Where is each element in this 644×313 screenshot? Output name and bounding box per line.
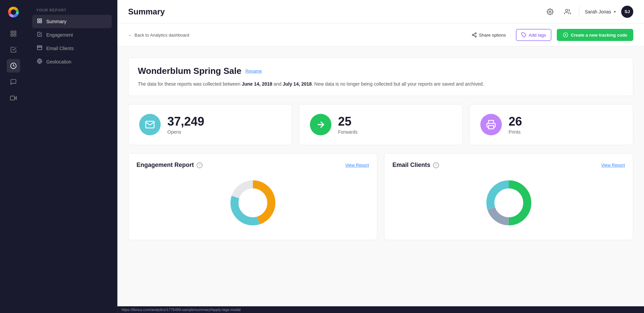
add-tags-label: Add tags (529, 33, 546, 38)
user-chevron-icon: ▾ (614, 9, 616, 14)
page-header: Summary Sarah Jonas ▾ SJ (117, 0, 644, 24)
engagement-card-header: Engagement Report ? View Report (137, 162, 369, 169)
engagement-title-row: Engagement Report ? (137, 162, 203, 169)
sidebar-item-summary-label: Summary (46, 19, 66, 24)
settings-button[interactable] (544, 6, 556, 18)
email-clients-card-header: Email Clients ? View Report (392, 162, 625, 169)
nav-icon-video[interactable] (7, 91, 20, 105)
svg-point-21 (472, 34, 474, 36)
nav-icon-chat[interactable] (7, 75, 20, 89)
svg-point-22 (475, 36, 476, 37)
header-actions: Sarah Jonas ▾ SJ (544, 6, 633, 18)
add-tags-button[interactable]: Add tags (516, 29, 551, 41)
svg-rect-4 (11, 34, 13, 36)
engagement-chart (137, 174, 369, 232)
stat-card-forwards: 25 Forwards (299, 104, 463, 145)
sidebar-item-engagement-label: Engagement (46, 32, 73, 38)
status-url: https://litmus.com/analytics/1776499-sam… (121, 308, 240, 312)
svg-rect-12 (40, 21, 42, 23)
nav-icon-analytics[interactable] (7, 59, 20, 73)
email-clients-card-title: Email Clients (392, 162, 430, 169)
content-area: Wonderblum Spring Sale Rename The data f… (117, 47, 644, 306)
engagement-report-card: Engagement Report ? View Report (128, 153, 377, 240)
forwards-icon-circle (310, 114, 331, 135)
email-clients-view-report-link[interactable]: View Report (601, 163, 625, 168)
engagement-icon (36, 32, 43, 38)
back-link-label: Back to Analytics dashboard (135, 33, 189, 38)
prints-number: 26 (508, 115, 522, 128)
stat-content-prints: 26 Prints (508, 115, 522, 135)
sidebar: YOUR REPORT Summary Engagement Email Cli… (27, 0, 117, 313)
nav-icon-grid[interactable] (7, 27, 20, 40)
prints-icon-circle (480, 114, 502, 135)
page-title: Summary (128, 7, 544, 16)
sidebar-item-summary[interactable]: Summary (32, 15, 112, 28)
summary-icon (36, 18, 43, 25)
create-tracking-label: Create a new tracking code (571, 33, 627, 38)
opens-icon-circle (139, 114, 161, 135)
sidebar-item-email-clients-label: Email Clients (46, 46, 74, 51)
svg-marker-7 (14, 97, 16, 99)
svg-point-18 (549, 11, 551, 12)
report-title-row: Wonderblum Spring Sale Rename (138, 66, 624, 76)
engagement-info-icon[interactable]: ? (197, 162, 203, 168)
stats-row: 37,249 Opens 25 Forwards (128, 104, 633, 145)
email-clients-report-card: Email Clients ? View Report (384, 153, 633, 240)
forwards-label: Forwards (338, 129, 358, 135)
back-link[interactable]: ← Back to Analytics dashboard (128, 33, 189, 38)
svg-rect-8 (10, 96, 14, 100)
svg-rect-11 (38, 21, 39, 23)
svg-rect-10 (40, 19, 42, 20)
svg-line-23 (474, 35, 475, 36)
email-clients-icon (36, 45, 43, 52)
email-clients-chart (392, 174, 625, 232)
back-arrow-icon: ← (128, 33, 132, 38)
sidebar-item-email-clients[interactable]: Email Clients (32, 42, 112, 55)
email-clients-title-row: Email Clients ? (392, 162, 439, 169)
reports-row: Engagement Report ? View Report (128, 153, 633, 240)
svg-rect-3 (14, 31, 16, 33)
svg-line-24 (474, 34, 475, 35)
sidebar-item-geolocation[interactable]: Geolocation (32, 55, 112, 69)
prints-label: Prints (508, 129, 522, 135)
share-options-label: Share options (479, 33, 506, 38)
stat-card-prints: 26 Prints (469, 104, 633, 145)
stat-content-forwards: 25 Forwards (338, 115, 358, 135)
status-bar: https://litmus.com/analytics/1776499-sam… (117, 306, 644, 313)
opens-label: Opens (167, 129, 204, 135)
icon-bar (0, 0, 27, 313)
create-tracking-button[interactable]: Create a new tracking code (557, 29, 633, 41)
sidebar-item-geolocation-label: Geolocation (46, 59, 71, 64)
sidebar-section-label: YOUR REPORT (32, 0, 112, 15)
user-name: Sarah Jonas (585, 9, 611, 14)
engagement-view-report-link[interactable]: View Report (345, 163, 369, 168)
main-content: Summary Sarah Jonas ▾ SJ ← (117, 0, 644, 313)
svg-rect-30 (489, 126, 494, 129)
stat-card-opens: 37,249 Opens (128, 104, 292, 145)
email-clients-info-icon[interactable]: ? (433, 162, 439, 168)
svg-rect-2 (11, 31, 13, 33)
svg-point-19 (566, 9, 568, 11)
svg-point-20 (475, 33, 476, 34)
engagement-card-title: Engagement Report (137, 162, 194, 169)
sidebar-item-engagement[interactable]: Engagement (32, 28, 112, 42)
geolocation-icon (36, 58, 43, 65)
users-button[interactable] (561, 6, 574, 18)
user-info[interactable]: Sarah Jonas ▾ (585, 9, 616, 14)
report-title: Wonderblum Spring Sale (138, 66, 241, 76)
sub-header: ← Back to Analytics dashboard Share opti… (117, 24, 644, 47)
report-info-card: Wonderblum Spring Sale Rename The data f… (128, 57, 633, 96)
report-description: The data for these reports was collected… (138, 80, 624, 88)
share-options-button[interactable]: Share options (467, 30, 511, 40)
stat-content-opens: 37,249 Opens (167, 115, 204, 135)
opens-number: 37,249 (167, 115, 204, 128)
svg-point-1 (11, 9, 16, 15)
forwards-number: 25 (338, 115, 358, 128)
rename-link[interactable]: Rename (246, 69, 262, 74)
svg-rect-5 (14, 34, 16, 36)
header-divider (579, 6, 579, 17)
app-logo[interactable] (7, 5, 20, 19)
user-avatar[interactable]: SJ (621, 6, 633, 18)
svg-rect-9 (38, 19, 39, 20)
nav-icon-check[interactable] (7, 43, 20, 56)
